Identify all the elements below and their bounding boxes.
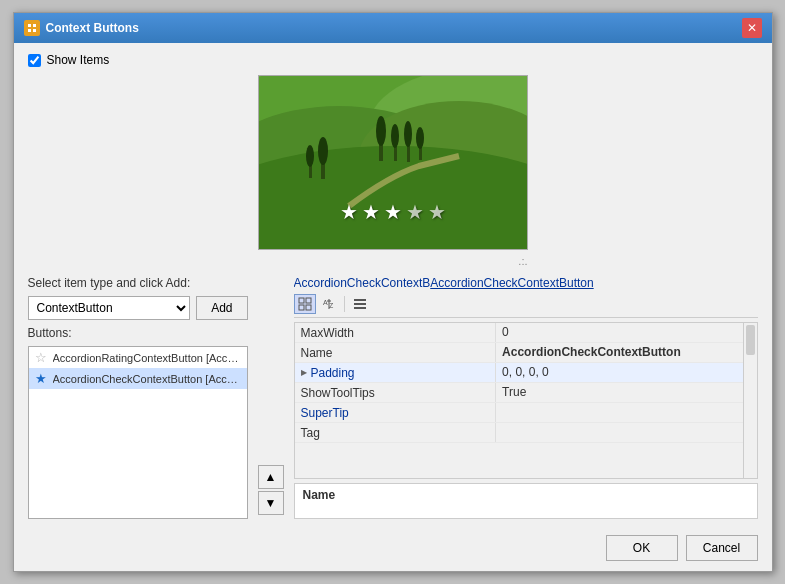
list-item[interactable]: ★ AccordionCheckContextButton [Accordion… xyxy=(29,368,247,389)
star-5: ★ xyxy=(428,200,446,224)
stars-overlay: ★ ★ ★ ★ ★ xyxy=(340,200,446,224)
list-item-label-1: AccordionRatingContextButton [AccordionR… xyxy=(53,352,241,364)
svg-rect-1 xyxy=(28,24,31,27)
preview-area: ★ ★ ★ ★ ★ .:. xyxy=(28,75,758,268)
move-down-button[interactable]: ▼ xyxy=(258,491,284,515)
prop-name-name: Name xyxy=(295,343,497,362)
buttons-list: ☆ AccordionRatingContextButton [Accordio… xyxy=(28,346,248,519)
categorized-icon xyxy=(298,297,312,311)
prop-label-padding: Padding xyxy=(311,366,355,380)
show-items-checkbox[interactable] xyxy=(28,54,41,67)
filter-icon xyxy=(353,297,367,311)
svg-point-14 xyxy=(391,124,399,148)
prop-header-part2: AccordionCheckContextButton xyxy=(430,276,593,290)
prop-label-name: Name xyxy=(301,346,333,360)
dialog-icon xyxy=(24,20,40,36)
property-description: Name xyxy=(294,483,758,519)
prop-row-name[interactable]: Name AccordionCheckContextButton xyxy=(295,343,743,363)
prop-value-showtooltips: True xyxy=(496,383,742,402)
prop-value-padding: 0, 0, 0, 0 xyxy=(496,363,742,382)
prop-row-maxwidth[interactable]: MaxWidth 0 xyxy=(295,323,743,343)
star-3: ★ xyxy=(384,200,402,224)
prop-name-tag: Tag xyxy=(295,423,497,442)
prop-tool-grid-button[interactable] xyxy=(294,294,316,314)
close-button[interactable]: ✕ xyxy=(742,18,762,38)
prop-row-padding[interactable]: ▶ Padding 0, 0, 0, 0 xyxy=(295,363,743,383)
property-grid: MaxWidth 0 Name AccordionCheckContextBut… xyxy=(295,323,743,478)
svg-rect-0 xyxy=(26,22,38,34)
svg-point-20 xyxy=(306,145,314,167)
image-preview: ★ ★ ★ ★ ★ xyxy=(258,75,528,250)
show-items-row: Show Items xyxy=(28,53,758,67)
list-item-label-2: AccordionCheckContextButton [AccordionCh… xyxy=(53,373,241,385)
prop-label-supertip: SuperTip xyxy=(301,406,349,420)
dialog-title: Context Buttons xyxy=(46,21,139,35)
list-item-icon-1: ☆ xyxy=(35,350,47,365)
prop-description-label: Name xyxy=(303,488,336,502)
property-header: AccordionCheckContextBAccordionCheckCont… xyxy=(294,276,758,290)
show-items-label: Show Items xyxy=(47,53,110,67)
cancel-button[interactable]: Cancel xyxy=(686,535,758,561)
svg-text:A: A xyxy=(323,299,328,306)
prop-value-name: AccordionCheckContextButton xyxy=(496,343,742,362)
prop-label-maxwidth: MaxWidth xyxy=(301,326,354,340)
up-down-buttons: ▲ ▼ xyxy=(258,276,284,519)
buttons-label: Buttons: xyxy=(28,326,248,340)
expand-icon-padding: ▶ xyxy=(301,368,307,377)
prop-tool-sort-button[interactable]: A Z xyxy=(318,294,340,314)
star-4: ★ xyxy=(406,200,424,224)
svg-rect-26 xyxy=(306,305,311,310)
scrollbar-thumb xyxy=(746,325,755,355)
property-grid-wrapper: MaxWidth 0 Name AccordionCheckContextBut… xyxy=(294,322,758,479)
svg-rect-33 xyxy=(354,307,366,309)
title-bar: Context Buttons ✕ xyxy=(14,13,772,43)
prop-label-tag: Tag xyxy=(301,426,320,440)
list-item[interactable]: ☆ AccordionRatingContextButton [Accordio… xyxy=(29,347,247,368)
svg-rect-32 xyxy=(354,303,366,305)
star-1: ★ xyxy=(340,200,358,224)
title-bar-left: Context Buttons xyxy=(24,20,139,36)
svg-rect-31 xyxy=(354,299,366,301)
svg-point-22 xyxy=(318,137,328,165)
svg-rect-3 xyxy=(28,29,31,32)
svg-rect-23 xyxy=(299,298,304,303)
svg-point-18 xyxy=(416,127,424,149)
prop-name-showtooltips: ShowToolTips xyxy=(295,383,497,402)
svg-point-10 xyxy=(259,146,528,250)
right-panel: AccordionCheckContextBAccordionCheckCont… xyxy=(294,276,758,519)
prop-name-supertip: SuperTip xyxy=(295,403,497,422)
prop-row-tag[interactable]: Tag xyxy=(295,423,743,443)
prop-tool-filter-button[interactable] xyxy=(349,294,371,314)
svg-point-16 xyxy=(404,121,412,147)
add-button[interactable]: Add xyxy=(196,296,247,320)
prop-value-tag xyxy=(496,423,742,442)
prop-name-maxwidth: MaxWidth xyxy=(295,323,497,342)
dialog-body: Show Items xyxy=(14,43,772,529)
prop-name-padding: ▶ Padding xyxy=(295,363,497,382)
svg-rect-24 xyxy=(306,298,311,303)
svg-point-12 xyxy=(376,116,386,146)
left-panel: Select item type and click Add: ContextB… xyxy=(28,276,248,519)
main-content: Select item type and click Add: ContextB… xyxy=(28,276,758,519)
select-item-label: Select item type and click Add: xyxy=(28,276,248,290)
resize-handle: .:. xyxy=(518,255,527,267)
item-type-select[interactable]: ContextButton xyxy=(28,296,191,320)
prop-row-supertip[interactable]: SuperTip xyxy=(295,403,743,423)
prop-label-showtooltips: ShowToolTips xyxy=(301,386,375,400)
list-item-icon-2: ★ xyxy=(35,371,47,386)
svg-rect-25 xyxy=(299,305,304,310)
ok-button[interactable]: OK xyxy=(606,535,678,561)
prop-value-maxwidth: 0 xyxy=(496,323,742,342)
select-row: ContextButton Add xyxy=(28,296,248,320)
bottom-buttons: OK Cancel xyxy=(14,529,772,571)
context-buttons-dialog: Context Buttons ✕ Show Items xyxy=(13,12,773,572)
move-up-button[interactable]: ▲ xyxy=(258,465,284,489)
prop-row-showtooltips[interactable]: ShowToolTips True xyxy=(295,383,743,403)
prop-value-supertip xyxy=(496,403,742,422)
svg-rect-2 xyxy=(33,24,36,27)
svg-rect-4 xyxy=(33,29,36,32)
property-scrollbar[interactable] xyxy=(743,323,757,478)
svg-text:Z: Z xyxy=(329,302,334,309)
star-2: ★ xyxy=(362,200,380,224)
property-toolbar: A Z xyxy=(294,294,758,318)
